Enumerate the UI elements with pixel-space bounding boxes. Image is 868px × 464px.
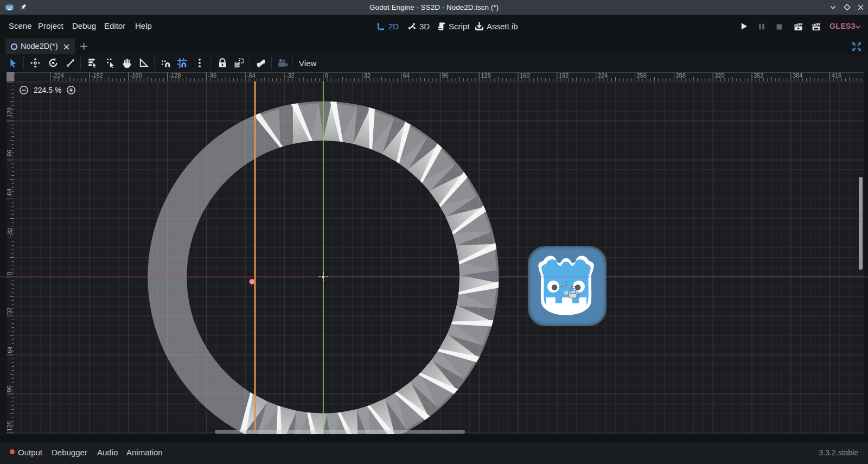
- svg-text:-128: -128: [169, 72, 181, 79]
- svg-text:256: 256: [637, 72, 647, 79]
- svg-text:224.5 %: 224.5 %: [34, 86, 61, 94]
- svg-text:-160: -160: [130, 72, 142, 79]
- svg-text:-32: -32: [7, 228, 13, 237]
- svg-text:-224: -224: [52, 72, 64, 79]
- svg-text:128: 128: [481, 72, 490, 79]
- svg-text:384: 384: [793, 72, 802, 79]
- svg-text:32: 32: [364, 72, 371, 79]
- svg-text:352: 352: [754, 72, 763, 79]
- svg-text:-96: -96: [208, 72, 216, 79]
- svg-text:416: 416: [832, 72, 841, 79]
- svg-text:32: 32: [7, 308, 13, 314]
- svg-text:224: 224: [598, 72, 608, 79]
- svg-text:0: 0: [325, 72, 328, 79]
- svg-text:-192: -192: [91, 72, 103, 79]
- svg-text:0: 0: [7, 272, 13, 275]
- svg-text:64: 64: [7, 347, 13, 353]
- svg-text:64: 64: [403, 72, 410, 79]
- svg-text:128: 128: [7, 421, 13, 431]
- svg-text:192: 192: [559, 72, 569, 79]
- svg-text:-128: -128: [7, 107, 13, 119]
- svg-text:-96: -96: [7, 150, 13, 158]
- svg-text:-64: -64: [7, 189, 13, 198]
- svg-text:160: 160: [520, 72, 529, 79]
- svg-text:-64: -64: [247, 72, 256, 79]
- svg-text:96: 96: [7, 386, 13, 392]
- svg-text:-32: -32: [286, 72, 295, 79]
- svg-text:320: 320: [714, 72, 724, 79]
- svg-text:96: 96: [442, 72, 448, 79]
- svg-text:288: 288: [675, 72, 685, 79]
